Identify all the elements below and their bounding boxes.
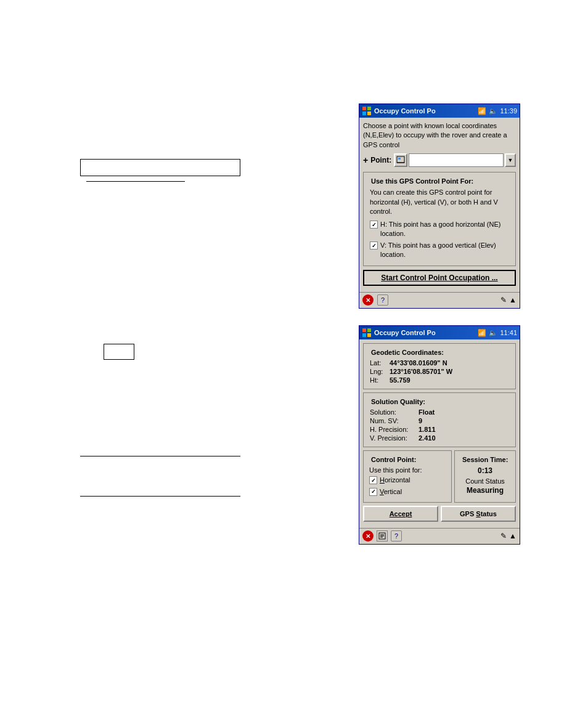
horizontal-checkmark: ✓ [371,477,376,484]
checkbox-h[interactable]: ✓ [370,221,378,229]
bottom-underline-1 [80,456,240,456]
lat-value: 44°33'08.01609" N [390,359,447,367]
pencil-icon: ✎ [500,296,507,304]
lng-row: Lng: 123°16'08.85701" W [370,368,509,375]
window1-time: 11:39 [500,107,517,115]
horizontal-rest: orizontal [385,476,410,484]
use-gps-group: Use this GPS Control Point For: You can … [363,172,516,266]
windows-logo2-icon [362,328,372,338]
left-small-box [104,344,134,360]
svg-rect-8 [367,328,371,332]
horizontal-checkbox-row: ✓ Horizontal [369,476,446,485]
speaker-icon: 🔈 [489,107,497,115]
top-text-input[interactable] [80,159,240,176]
use-gps-group-title: Use this GPS Control Point For: [370,177,475,185]
window1-title: Occupy Control Po [374,107,436,115]
window2-title: Occupy Control Po [374,329,436,336]
coords-content: Lat: 44°33'08.01609" N Lng: 123°16'08.85… [366,357,513,389]
taskbar1-right: ✎ ▲ [500,296,517,304]
session-time-title: Session Time: [461,456,509,463]
h-precision-value: 1.811 [419,426,436,433]
control-content: Use this point for: ✓ Horizontal ✓ [366,464,449,502]
lat-label: Lat: [370,359,387,367]
top-input-area [80,159,240,182]
horizontal-checkbox[interactable]: ✓ [369,476,377,484]
vertical-underline: V [380,488,384,495]
window1-body: Choose a point with known local coordina… [359,118,520,292]
point-input-box: ▼ [394,153,516,167]
v-precision-label: V. Precision: [370,434,416,442]
signal2-icon: 📶 [478,329,486,337]
svg-rect-1 [367,107,371,110]
control-point-group-title: Control Point: [370,456,417,463]
lng-value: 123°16'08.85701" W [390,368,452,375]
svg-rect-5 [398,158,401,160]
geodetic-group-title: Geodetic Coordinates: [370,349,445,356]
num-sv-label: Num. SV: [370,417,416,424]
point-row: + Point: ▼ [363,153,516,167]
session-time-value: 0:13 [460,466,510,475]
num-sv-row: Num. SV: 9 [370,417,509,424]
svg-rect-9 [362,333,366,337]
window2-help-button[interactable]: ? [391,530,402,542]
horizontal-label: Horizontal [380,476,410,485]
svg-rect-2 [362,112,366,115]
taskbar1-left: ✕ ? [362,294,388,306]
pencil2-icon: ✎ [500,532,507,540]
use-gps-desc: You can create this GPS control point fo… [370,188,509,216]
window2-time: 11:41 [500,329,517,336]
vertical-checkbox[interactable]: ✓ [369,488,377,496]
gps-status-button[interactable]: GPS Status [441,506,516,522]
point-label: Point: [370,156,391,164]
ht-label: Ht: [370,376,387,384]
speaker2-icon: 🔈 [489,329,497,337]
window2-titlebar: Occupy Control Po 📶 🔈 11:41 [359,326,520,339]
checkbox-v-row: ✓ V: This point has a good vertical (Ele… [370,241,509,259]
window2-occupy-control: Occupy Control Po 📶 🔈 11:41 Geodetic Coo… [359,325,520,545]
svg-rect-7 [362,328,366,332]
ht-value: 55.759 [390,376,410,384]
checkmark-h: ✓ [372,222,377,228]
v-precision-value: 2.410 [419,434,436,442]
h-precision-label: H. Precision: [370,426,416,433]
quality-group-title: Solution Quality: [370,398,427,405]
geodetic-coords-group: Geodetic Coordinates: Lat: 44°33'08.0160… [363,343,516,389]
checkbox-v[interactable]: ✓ [370,241,378,249]
point-dropdown-button[interactable]: ▼ [505,153,516,167]
lng-label: Lng: [370,368,387,375]
taskbar2-left: ✕ ? [362,530,402,542]
vertical-checkmark: ✓ [371,489,376,495]
window1-taskbar: ✕ ? ✎ ▲ [359,292,520,308]
window2-close-button[interactable]: ✕ [362,530,374,542]
help-button[interactable]: ? [377,294,388,306]
v-precision-row: V. Precision: 2.410 [370,434,509,442]
window1-titlebar: Occupy Control Po 📶 🔈 11:39 [359,104,520,118]
expand2-icon[interactable]: ▲ [509,532,517,540]
window2-taskbar: ✕ ? ✎ ▲ [359,528,520,544]
expand-icon[interactable]: ▲ [509,296,517,304]
num-sv-value: 9 [419,417,422,424]
start-control-point-button[interactable]: Start Control Point Occupation ... [363,270,516,286]
svg-rect-0 [362,107,366,110]
ht-row: Ht: 55.759 [370,376,509,384]
taskbar2-right: ✎ ▲ [500,532,517,540]
window1-description: Choose a point with known local coordina… [363,121,516,150]
point-text-field[interactable] [409,153,504,167]
titlebar-right: 📶 🔈 11:39 [478,107,517,115]
solution-row: Solution: Float [370,408,509,416]
solution-quality-group: Solution Quality: Solution: Float Num. S… [363,392,516,447]
solution-label: Solution: [370,408,416,416]
measuring-label: Measuring [460,486,510,495]
accept-button[interactable]: Accept [363,506,438,522]
point-image-button[interactable] [394,153,407,167]
window2-titlebar-left: Occupy Control Po [362,328,436,338]
notes-button[interactable] [377,530,388,542]
bottom-section: Control Point: Use this point for: ✓ Hor… [363,450,516,503]
close-button[interactable]: ✕ [362,294,374,306]
checkmark-v: ✓ [372,243,377,249]
buttons-row: Accept GPS Status [363,506,516,522]
gps-status-underline: S [476,510,480,517]
count-status-label: Count Status [460,477,510,485]
svg-rect-10 [367,333,371,337]
solution-value: Float [419,408,435,416]
